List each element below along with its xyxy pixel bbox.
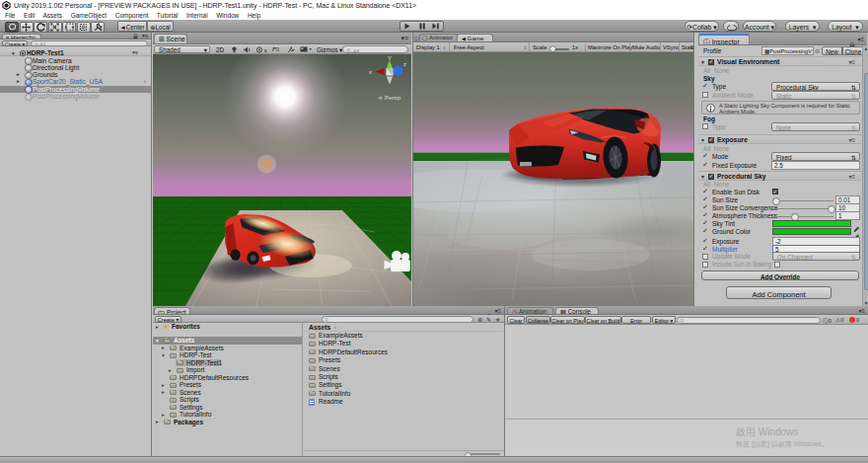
- svg-text:x: x: [369, 69, 372, 75]
- svg-text:⋖ Persp: ⋖ Persp: [378, 94, 401, 101]
- svg-text:z: z: [403, 61, 406, 67]
